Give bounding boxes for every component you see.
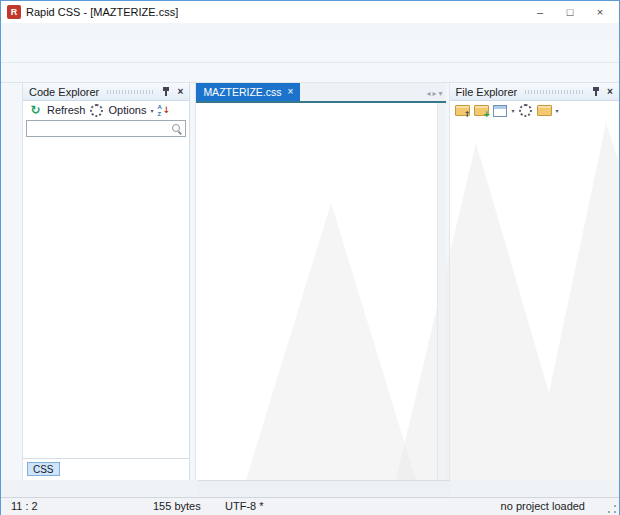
toolbar-format [1, 63, 619, 83]
editor-vertical-scrollbar[interactable] [437, 103, 446, 480]
file-explorer-title: File Explorer [456, 86, 518, 98]
tab-close-icon[interactable]: × [288, 83, 294, 101]
cursor-position: 11 : 2 [11, 500, 38, 512]
doc-type-badge: CSS [27, 462, 60, 476]
code-explorer-search [26, 120, 186, 137]
tab-scroll-buttons: ◂ ▸ ▾ [427, 89, 446, 101]
view-mode-icon[interactable] [492, 103, 509, 119]
close-icon[interactable]: × [174, 86, 186, 97]
close-icon[interactable]: × [604, 86, 616, 97]
panel-grip[interactable] [107, 90, 154, 94]
encoding: UTF-8 * [225, 500, 264, 512]
code-explorer-toolbar: Refresh Options ▾ [23, 101, 189, 119]
code-explorer-title: Code Explorer [29, 86, 99, 98]
search-input[interactable] [27, 121, 185, 136]
gear-icon[interactable] [88, 102, 105, 118]
main-area: Code Explorer × Refresh Options ▾ CSS [1, 83, 619, 480]
gear-icon[interactable] [517, 103, 534, 119]
refresh-icon[interactable] [27, 102, 44, 118]
bottom-tab-band [1, 480, 619, 497]
editor-view-tabs [198, 480, 450, 497]
tab-scroll-left-icon[interactable]: ◂ [427, 89, 431, 98]
close-button[interactable]: × [585, 2, 615, 22]
title-bar: R Rapid CSS - [MAZTERIZE.css] – □ × [1, 1, 619, 23]
code-editor[interactable] [196, 103, 445, 480]
document-tab-label: MAZTERIZE.css [203, 83, 281, 101]
menu-bar [1, 23, 619, 41]
document-tab[interactable]: MAZTERIZE.css × [196, 83, 300, 101]
options-button[interactable]: Options [108, 104, 146, 116]
app-icon: R [7, 5, 21, 19]
view-mode-dropdown-icon[interactable]: ▾ [512, 107, 515, 114]
code-explorer-footer: CSS [23, 458, 189, 480]
project-status: no project loaded [501, 500, 585, 512]
minimize-button[interactable]: – [525, 2, 555, 22]
refresh-button[interactable]: Refresh [47, 104, 86, 116]
options-dropdown-icon[interactable]: ▾ [150, 107, 153, 114]
resize-grip-icon[interactable] [607, 504, 617, 514]
app-window: R Rapid CSS - [MAZTERIZE.css] – □ × Code… [0, 0, 620, 515]
sort-az-icon[interactable] [156, 103, 170, 117]
document-tab-bar: MAZTERIZE.css × ◂ ▸ ▾ [196, 83, 445, 103]
pin-icon[interactable] [161, 86, 171, 97]
folder-up-icon[interactable] [454, 103, 471, 119]
code-explorer-tree [23, 139, 189, 458]
tab-list-icon[interactable]: ▾ [439, 89, 443, 98]
editor-area: MAZTERIZE.css × ◂ ▸ ▾ [196, 83, 445, 480]
panel-grip[interactable] [525, 90, 584, 94]
maximize-button[interactable]: □ [555, 2, 585, 22]
search-icon [172, 124, 182, 134]
code-explorer-panel: Code Explorer × Refresh Options ▾ CSS [23, 83, 190, 480]
code-explorer-header: Code Explorer × [23, 83, 189, 101]
favorites-dropdown-icon[interactable]: ▾ [556, 107, 559, 114]
window-title: Rapid CSS - [MAZTERIZE.css] [26, 6, 178, 18]
toolbar-main [1, 41, 619, 63]
favorites-folder-icon[interactable] [536, 103, 553, 119]
left-panel-icon-strip [1, 83, 23, 480]
file-explorer-panel: File Explorer × ▾ ▾ [450, 83, 619, 480]
tab-scroll-right-icon[interactable]: ▸ [433, 89, 437, 98]
pin-icon[interactable] [591, 86, 601, 97]
file-explorer-header: File Explorer × [450, 83, 619, 101]
status-bar: 11 : 2 155 bytes UTF-8 * no project load… [1, 497, 619, 515]
new-folder-icon[interactable] [473, 103, 490, 119]
file-explorer-toolbar: ▾ ▾ [450, 101, 619, 120]
file-explorer-tree [450, 120, 619, 480]
file-size: 155 bytes [153, 500, 201, 512]
